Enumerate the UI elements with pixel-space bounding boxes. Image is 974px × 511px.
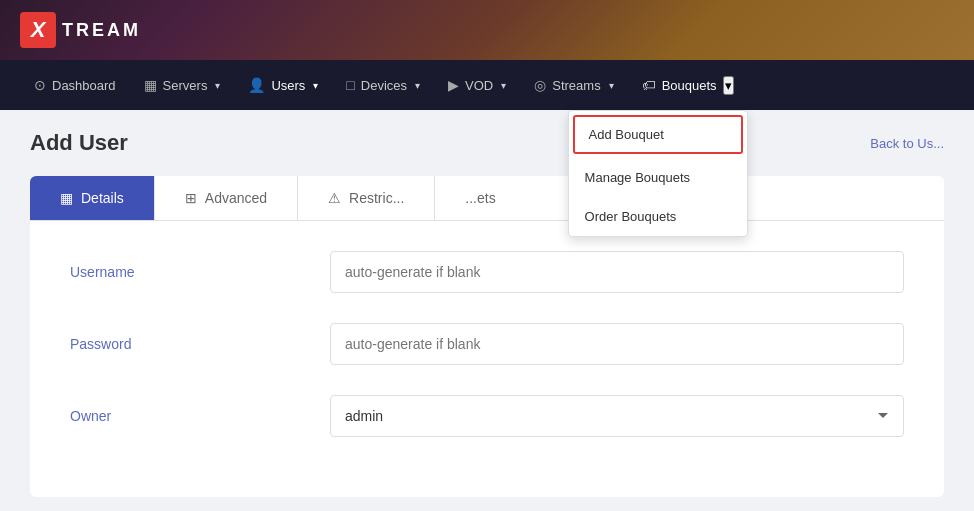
header: X TREAM (0, 0, 974, 60)
main-content: Add User Back to Us... ▦ Details ⊞ Advan… (0, 110, 974, 511)
tab-restrictions-label: Restric... (349, 190, 404, 206)
restrictions-tab-icon: ⚠ (328, 190, 341, 206)
tab-advanced-label: Advanced (205, 190, 267, 206)
form-card: Username Password Owner admin (30, 221, 944, 497)
nav-item-dashboard[interactable]: ⊙ Dashboard (20, 60, 130, 110)
bouquets-dropdown-button[interactable]: ▾ (723, 76, 734, 95)
nav-label-servers: Servers (163, 78, 208, 93)
tab-advanced[interactable]: ⊞ Advanced (155, 176, 298, 220)
bouquets-wrapper: 🏷 Bouquets ▾ Add Bouquet Manage Bouquets… (628, 60, 748, 110)
username-row: Username (70, 251, 904, 293)
navbar: ⊙ Dashboard ▦ Servers ▾ 👤 Users ▾ □ Devi… (0, 60, 974, 110)
devices-icon: □ (346, 77, 354, 93)
owner-label: Owner (70, 408, 330, 424)
nav-label-bouquets: Bouquets (662, 78, 717, 93)
vod-icon: ▶ (448, 77, 459, 93)
nav-item-bouquets[interactable]: 🏷 Bouquets ▾ (628, 60, 748, 110)
streams-icon: ◎ (534, 77, 546, 93)
owner-row: Owner admin (70, 395, 904, 437)
nav-label-users: Users (271, 78, 305, 93)
nav-label-vod: VOD (465, 78, 493, 93)
owner-select[interactable]: admin (330, 395, 904, 437)
nav-item-users[interactable]: 👤 Users ▾ (234, 60, 332, 110)
tab-details-label: Details (81, 190, 124, 206)
back-link[interactable]: Back to Us... (870, 136, 944, 151)
servers-chevron-icon: ▾ (215, 80, 220, 91)
nav-label-streams: Streams (552, 78, 600, 93)
password-label: Password (70, 336, 330, 352)
nav-label-dashboard: Dashboard (52, 78, 116, 93)
page-title: Add User (30, 130, 128, 156)
details-tab-icon: ▦ (60, 190, 73, 206)
logo[interactable]: X TREAM (20, 12, 141, 48)
users-chevron-icon: ▾ (313, 80, 318, 91)
password-row: Password (70, 323, 904, 365)
manage-bouquets-item[interactable]: Manage Bouquets (569, 158, 747, 197)
servers-icon: ▦ (144, 77, 157, 93)
nav-item-devices[interactable]: □ Devices ▾ (332, 60, 434, 110)
bouquets-icon: 🏷 (642, 77, 656, 93)
nav-item-servers[interactable]: ▦ Servers ▾ (130, 60, 235, 110)
vod-chevron-icon: ▾ (501, 80, 506, 91)
tab-restrictions[interactable]: ⚠ Restric... (298, 176, 435, 220)
bouquets-dropdown-menu: Add Bouquet Manage Bouquets Order Bouque… (568, 110, 748, 237)
logo-text: TREAM (62, 20, 141, 41)
nav-item-vod[interactable]: ▶ VOD ▾ (434, 60, 520, 110)
password-input[interactable] (330, 323, 904, 365)
nav-label-devices: Devices (361, 78, 407, 93)
dashboard-icon: ⊙ (34, 77, 46, 93)
devices-chevron-icon: ▾ (415, 80, 420, 91)
order-bouquets-item[interactable]: Order Bouquets (569, 197, 747, 236)
streams-chevron-icon: ▾ (609, 80, 614, 91)
users-icon: 👤 (248, 77, 265, 93)
tab-bouquets-label: ...ets (465, 190, 495, 206)
tab-details[interactable]: ▦ Details (30, 176, 155, 220)
advanced-tab-icon: ⊞ (185, 190, 197, 206)
username-label: Username (70, 264, 330, 280)
page-header: Add User Back to Us... (30, 130, 944, 156)
logo-icon: X (20, 12, 56, 48)
tab-bouquets[interactable]: ...ets (435, 176, 525, 220)
username-input[interactable] (330, 251, 904, 293)
add-bouquet-item[interactable]: Add Bouquet (573, 115, 743, 154)
tab-bar: ▦ Details ⊞ Advanced ⚠ Restric... ...ets (30, 176, 944, 221)
nav-item-streams[interactable]: ◎ Streams ▾ (520, 60, 627, 110)
